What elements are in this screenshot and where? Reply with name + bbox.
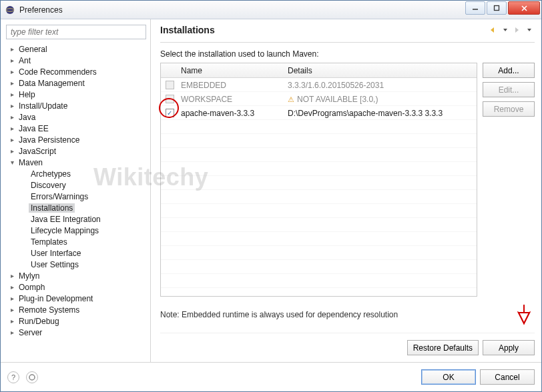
tree-node-label: Server (17, 328, 44, 337)
tree-node[interactable]: ▸Errors/Warnings (18, 191, 146, 202)
checkbox (166, 95, 174, 103)
tree-node[interactable]: ▾Maven (6, 157, 146, 168)
cell-details: ⚠NOT AVAILABLE [3.0,) (285, 95, 477, 104)
tree-node-label: Lifecycle Mappings (29, 226, 101, 235)
add-button[interactable]: Add... (483, 63, 535, 78)
svg-point-6 (29, 375, 35, 380)
restore-defaults-button[interactable]: Restore Defaults (407, 340, 479, 355)
ok-button[interactable]: OK (421, 369, 476, 385)
titlebar: Preferences (1, 1, 541, 19)
cell-name: EMBEDDED (178, 81, 285, 90)
tree-node-label: Java (17, 113, 37, 122)
tree-node-label: Archetypes (29, 169, 73, 179)
arrow-right-icon[interactable]: ▸ (7, 113, 17, 121)
arrow-right-icon[interactable]: ▸ (7, 57, 17, 64)
arrow-right-icon[interactable]: ▸ (7, 295, 17, 302)
tree-node-label: Mylyn (17, 271, 41, 281)
arrow-right-icon[interactable]: ▸ (7, 91, 17, 98)
tree-node[interactable]: ▸Remote Systems (6, 304, 146, 315)
arrow-right-icon[interactable]: ▸ (7, 306, 17, 313)
sidebar: ▸General▸Ant▸Code Recommenders▸Data Mana… (1, 19, 151, 362)
tree-node[interactable]: ▸Java EE (6, 123, 146, 134)
close-button[interactable] (508, 1, 540, 15)
side-buttons: Add... Edit... Remove (483, 63, 535, 297)
tree-node-label: Java EE (17, 124, 51, 133)
window-title: Preferences (19, 5, 465, 15)
tree-node[interactable]: ▸User Settings (18, 259, 146, 270)
arrow-right-icon[interactable]: ▸ (7, 125, 17, 132)
tree-node[interactable]: ▸Plug-in Development (6, 293, 146, 304)
checkbox[interactable]: ✓ (166, 109, 174, 117)
page-title: Installations (160, 25, 215, 35)
tree-node[interactable]: ▸Server (6, 327, 146, 338)
arrow-right-icon[interactable]: ▸ (7, 329, 17, 336)
arrow-right-icon[interactable]: ▸ (7, 147, 17, 155)
table-row[interactable]: WORKSPACE⚠NOT AVAILABLE [3.0,) (161, 92, 477, 106)
preferences-tree[interactable]: ▸General▸Ant▸Code Recommenders▸Data Mana… (6, 43, 146, 358)
tree-node[interactable]: ▸Ant (6, 55, 146, 66)
cell-details: 3.3.3/1.6.0.20150526-2031 (285, 81, 477, 90)
tree-node[interactable]: ▸JavaScript (6, 145, 146, 157)
tree-node-label: Java Persistence (17, 135, 81, 145)
col-name-header[interactable]: Name (178, 66, 285, 75)
table-row[interactable]: ✓apache-maven-3.3.3D:\DevPrograms\apache… (161, 106, 477, 120)
minimize-button[interactable] (465, 1, 485, 15)
tree-node[interactable]: ▸Archetypes (18, 168, 146, 179)
apply-button[interactable]: Apply (483, 340, 535, 355)
tree-node-label: Install/Update (17, 101, 69, 111)
tree-node[interactable]: ▸Installations (18, 202, 146, 213)
forward-icon[interactable] (512, 25, 523, 35)
maximize-button[interactable] (487, 1, 507, 15)
instruction-label: Select the installation used to launch M… (160, 49, 535, 59)
dialog-buttons: ? OK Cancel (1, 362, 541, 391)
arrow-right-icon[interactable]: ▸ (7, 45, 17, 53)
page-buttons: Restore Defaults Apply (160, 333, 535, 362)
tree-node-label: Remote Systems (17, 305, 81, 315)
edit-button[interactable]: Edit... (483, 82, 535, 97)
tree-node[interactable]: ▸Templates (18, 236, 146, 247)
arrow-right-icon[interactable]: ▸ (7, 272, 17, 279)
arrow-down-icon[interactable]: ▾ (7, 159, 17, 166)
tree-node[interactable]: ▸Install/Update (6, 100, 146, 111)
tree-node[interactable]: ▸Java EE Integration (18, 213, 146, 225)
arrow-right-icon[interactable]: ▸ (7, 68, 17, 75)
cancel-button[interactable]: Cancel (480, 369, 535, 385)
tree-node[interactable]: ▸Mylyn (6, 270, 146, 281)
tree-node-label: Oomph (17, 283, 47, 292)
tree-node[interactable]: ▸Run/Debug (6, 315, 146, 327)
back-menu-icon[interactable] (500, 25, 511, 35)
arrow-right-icon[interactable]: ▸ (7, 136, 17, 143)
remove-button[interactable]: Remove (483, 101, 535, 117)
tree-node-label: JavaScript (17, 147, 58, 156)
help-icon[interactable]: ? (7, 371, 19, 383)
arrow-right-icon[interactable]: ▸ (7, 317, 17, 325)
tree-node[interactable]: ▸Java (6, 111, 146, 123)
tree-node[interactable]: ▸Oomph (6, 281, 146, 293)
tree-node-label: Plug-in Development (17, 294, 95, 303)
tree-node[interactable]: ▸User Interface (18, 247, 146, 259)
tree-node-label: Discovery (29, 181, 68, 190)
progress-icon[interactable] (26, 371, 38, 383)
tree-node[interactable]: ▸General (6, 43, 146, 55)
tree-node[interactable]: ▸Lifecycle Mappings (18, 225, 146, 236)
tree-node[interactable]: ▸Help (6, 89, 146, 100)
tree-node[interactable]: ▸Discovery (18, 179, 146, 191)
arrow-right-icon[interactable]: ▸ (7, 283, 17, 291)
back-icon[interactable] (488, 25, 499, 35)
arrow-right-icon[interactable]: ▸ (7, 102, 17, 109)
nav-arrows (488, 25, 535, 35)
filter-input[interactable] (6, 25, 146, 39)
tree-node[interactable]: ▸Data Management (6, 77, 146, 89)
tree-node-label: Installations (29, 203, 75, 213)
content: Select the installation used to launch M… (160, 43, 535, 362)
col-details-header[interactable]: Details (285, 66, 477, 75)
tree-node[interactable]: ▸Java Persistence (6, 134, 146, 145)
tree-node[interactable]: ▸Code Recommenders (6, 66, 146, 77)
arrow-right-icon[interactable]: ▸ (7, 79, 17, 87)
forward-menu-icon[interactable] (524, 25, 535, 35)
warning-icon: ⚠ (288, 95, 294, 103)
checkbox (166, 81, 174, 89)
tree-node-label: Errors/Warnings (29, 192, 90, 201)
table-row[interactable]: EMBEDDED3.3.3/1.6.0.20150526-2031 (161, 78, 477, 92)
tree-node-label: General (17, 45, 49, 54)
